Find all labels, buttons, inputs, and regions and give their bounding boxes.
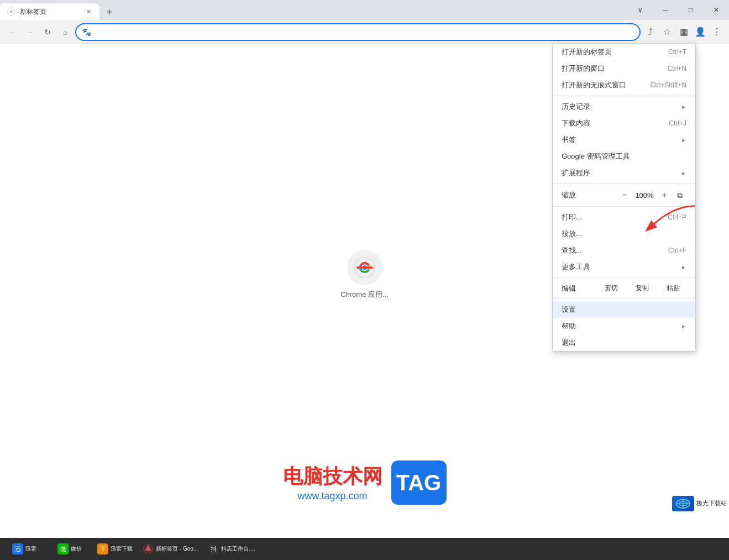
watermark-url: www.tagxp.com	[297, 490, 367, 502]
site-text-line1: 极光下载站	[696, 499, 727, 507]
menu-item-passwords[interactable]: Google 密码管理工具	[553, 148, 695, 165]
zoom-plus-button[interactable]: +	[658, 189, 671, 202]
menu-item-exit[interactable]: 退出	[553, 334, 695, 351]
zoom-expand-button[interactable]: ⧉	[673, 189, 686, 202]
menu-item-extensions[interactable]: 扩展程序 ►	[553, 165, 695, 181]
menu-item-cast-label: 投放...	[562, 229, 686, 239]
menu-item-history[interactable]: 历史记录 ►	[553, 98, 695, 115]
menu-item-downloads-label: 下载内容	[562, 118, 669, 128]
site-text: 极光下载站	[696, 499, 727, 507]
chrome-app-label[interactable]: Chrome 应用...	[340, 290, 389, 300]
watermark: 电脑技术网 www.tagxp.com TAG	[283, 460, 447, 505]
zoom-minus-button[interactable]: −	[618, 189, 631, 202]
taskbar-label-wechat: 微信	[71, 545, 82, 553]
share-button[interactable]: ⤴	[643, 24, 658, 40]
context-menu: 打开新的标签页 Ctrl+T 打开新的窗口 Ctrl+N 打开新的无痕式窗口 C…	[552, 43, 696, 352]
title-bar: 新标签页 ✕ + ∨ ─ □ ✕	[0, 0, 729, 20]
menu-item-incognito-shortcut: Ctrl+Shift+N	[651, 81, 686, 89]
collapse-button[interactable]: ∨	[627, 0, 653, 20]
bookmark-button[interactable]: ☆	[659, 24, 675, 40]
toolbar: ← → ↻ ⌂ 🐾 ⤴ ☆ ▦ 👤 ⋮	[0, 20, 729, 44]
menu-item-extensions-label: 扩展程序	[562, 168, 681, 178]
menu-item-new-window[interactable]: 打开新的窗口 Ctrl+N	[553, 60, 695, 77]
taskbar-item-downloader[interactable]: 下 迅雷下载	[93, 539, 137, 559]
menu-item-new-tab-label: 打开新的标签页	[562, 47, 668, 57]
menu-divider-5	[553, 299, 695, 299]
menu-divider-1	[553, 96, 695, 96]
taskbar-label-chrome: 新标签页 - Goo...	[156, 545, 198, 553]
menu-zoom-row: 缩放 − 100% + ⧉	[553, 186, 695, 204]
zoom-percent: 100%	[633, 191, 655, 200]
tab-area: 新标签页 ✕ +	[0, 0, 117, 20]
menu-zoom-label: 缩放	[562, 190, 616, 200]
edit-copy-button[interactable]: 复制	[629, 282, 655, 294]
menu-item-incognito-label: 打开新的无痕式窗口	[562, 80, 651, 90]
menu-item-history-arrow: ►	[681, 104, 686, 110]
close-button[interactable]: ✕	[704, 0, 729, 20]
menu-item-extensions-arrow: ►	[681, 170, 686, 176]
menu-item-incognito[interactable]: 打开新的无痕式窗口 Ctrl+Shift+N	[553, 77, 695, 93]
menu-item-downloads-shortcut: Ctrl+J	[669, 119, 686, 127]
menu-divider-3	[553, 206, 695, 207]
menu-item-new-tab-shortcut: Ctrl+T	[668, 48, 686, 56]
menu-item-new-window-shortcut: Ctrl+N	[668, 65, 686, 72]
menu-item-exit-label: 退出	[562, 338, 686, 348]
window-controls: ∨ ─ □ ✕	[627, 0, 729, 20]
address-favicon: 🐾	[82, 28, 91, 36]
menu-item-help-arrow: ►	[681, 323, 686, 329]
watermark-tag: TAG	[391, 460, 447, 505]
menu-item-bookmarks-label: 书签	[562, 135, 681, 145]
edit-paste-button[interactable]: 粘贴	[660, 282, 686, 294]
menu-button[interactable]: ⋮	[709, 24, 725, 40]
minimize-button[interactable]: ─	[653, 0, 678, 20]
menu-item-find[interactable]: 查找... Ctrl+F	[553, 242, 695, 259]
menu-item-new-tab[interactable]: 打开新的标签页 Ctrl+T	[553, 44, 695, 60]
watermark-text: 电脑技术网 www.tagxp.com	[283, 463, 382, 502]
taskbar-icon-xunlei: 迅	[12, 543, 23, 554]
maximize-button[interactable]: □	[678, 0, 704, 20]
active-tab[interactable]: 新标签页 ✕	[0, 3, 99, 20]
reading-mode-button[interactable]: ▦	[676, 24, 691, 40]
menu-item-passwords-label: Google 密码管理工具	[562, 151, 686, 161]
taskbar-item-wechat[interactable]: 微 微信	[48, 539, 92, 559]
edit-cut-button[interactable]: 剪切	[598, 282, 625, 294]
taskbar-icon-wechat: 微	[57, 543, 69, 554]
menu-item-settings[interactable]: 设置	[553, 301, 695, 318]
taskbar-label-downloader: 迅雷下载	[111, 545, 133, 553]
new-tab-button[interactable]: +	[102, 4, 117, 20]
tab-close-button[interactable]: ✕	[84, 7, 93, 16]
account-button[interactable]: 👤	[693, 24, 708, 40]
taskbar-icon-downloader: 下	[97, 543, 108, 554]
svg-rect-6	[356, 266, 373, 269]
menu-divider-4	[553, 278, 695, 278]
menu-item-bookmarks[interactable]: 书签 ►	[553, 132, 695, 148]
back-button[interactable]: ←	[4, 24, 20, 40]
menu-item-more-tools[interactable]: 更多工具 ►	[553, 259, 695, 275]
watermark-title: 电脑技术网	[283, 463, 382, 490]
menu-item-print-shortcut: Ctrl+P	[668, 213, 686, 221]
menu-item-history-label: 历史记录	[562, 102, 681, 112]
taskbar-item-doudian[interactable]: 抖 抖店工作台....	[203, 539, 259, 559]
refresh-button[interactable]: ↻	[40, 24, 55, 40]
menu-item-print[interactable]: 打印... Ctrl+P	[553, 209, 695, 226]
address-input[interactable]	[95, 28, 634, 36]
edit-label: 编辑	[562, 284, 594, 294]
taskbar-item-chrome[interactable]: 新标签页 - Goo...	[138, 539, 202, 559]
menu-item-downloads[interactable]: 下载内容 Ctrl+J	[553, 115, 695, 132]
chrome-app-icon[interactable]	[347, 250, 382, 285]
menu-item-more-tools-arrow: ►	[681, 264, 686, 270]
menu-item-cast[interactable]: 投放...	[553, 226, 695, 242]
taskbar-icon-chrome	[143, 543, 154, 554]
menu-item-new-window-label: 打开新的窗口	[562, 64, 668, 74]
menu-item-help[interactable]: 帮助 ►	[553, 318, 695, 334]
taskbar-item-xunlei[interactable]: 迅 迅雷	[2, 539, 46, 559]
menu-item-settings-label: 设置	[562, 305, 686, 315]
menu-edit-row: 编辑 剪切 复制 粘贴	[553, 280, 695, 296]
tab-favicon	[7, 7, 15, 16]
taskbar-icon-doudian: 抖	[208, 543, 219, 554]
forward-button[interactable]: →	[22, 24, 38, 40]
home-button[interactable]: ⌂	[57, 24, 73, 40]
site-watermark: 极光下载站	[672, 496, 727, 511]
tab-title: 新标签页	[20, 7, 80, 17]
address-bar[interactable]: 🐾	[75, 23, 641, 41]
